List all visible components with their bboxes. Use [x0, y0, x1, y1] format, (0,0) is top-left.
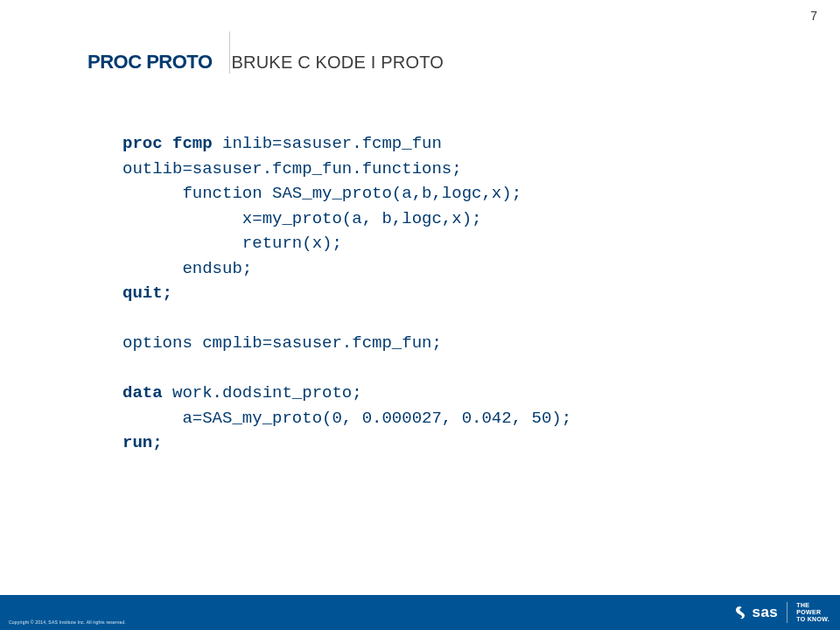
- tagline-line-1: THE: [796, 602, 830, 609]
- sas-logo: sas: [732, 604, 778, 621]
- sas-logo-text: sas: [752, 604, 778, 621]
- tagline-line-2: POWER: [796, 609, 830, 616]
- kw-data: data: [122, 383, 163, 402]
- footer-bar: Copyright © 2014, SAS Institute Inc. All…: [0, 595, 840, 630]
- code-block: proc fcmp inlib=sasuser.fcmp_fun outlib=…: [122, 131, 571, 456]
- footer-tagline: THE POWER TO KNOW.: [796, 602, 830, 622]
- header-title: PROC PROTO: [88, 51, 213, 74]
- footer-divider: [787, 602, 788, 623]
- code-body-1: x=my_proto(a, b,logc,x);: [122, 209, 481, 228]
- code-data-rest: work.dodsint_proto;: [163, 383, 362, 402]
- header-subtitle: BRUKE C KODE I PROTO: [232, 52, 444, 73]
- slide-header: PROC PROTO BRUKE C KODE I PROTO: [88, 51, 444, 74]
- kw-run: run;: [122, 433, 163, 452]
- code-endsub: endsub;: [122, 259, 252, 278]
- footer-right: sas THE POWER TO KNOW.: [732, 595, 830, 630]
- code-body-2: return(x);: [122, 234, 342, 253]
- code-options: options cmplib=sasuser.fcmp_fun;: [122, 333, 442, 353]
- page-number: 7: [810, 9, 817, 23]
- code-outlib: outlib=sasuser.fcmp_fun.functions;: [122, 159, 462, 178]
- code-inlib: inlib=sasuser.fcmp_fun: [213, 134, 442, 153]
- kw-quit: quit;: [122, 284, 172, 303]
- code-function-decl: function SAS_my_proto(a,b,logc,x);: [122, 184, 522, 203]
- tagline-line-3: TO KNOW.: [796, 616, 830, 623]
- code-assign: a=SAS_my_proto(0, 0.000027, 0.042, 50);: [122, 409, 571, 428]
- sas-logo-icon: [732, 605, 748, 620]
- copyright-text: Copyright © 2014, SAS Institute Inc. All…: [9, 620, 126, 625]
- kw-proc-fcmp: proc fcmp: [122, 134, 213, 153]
